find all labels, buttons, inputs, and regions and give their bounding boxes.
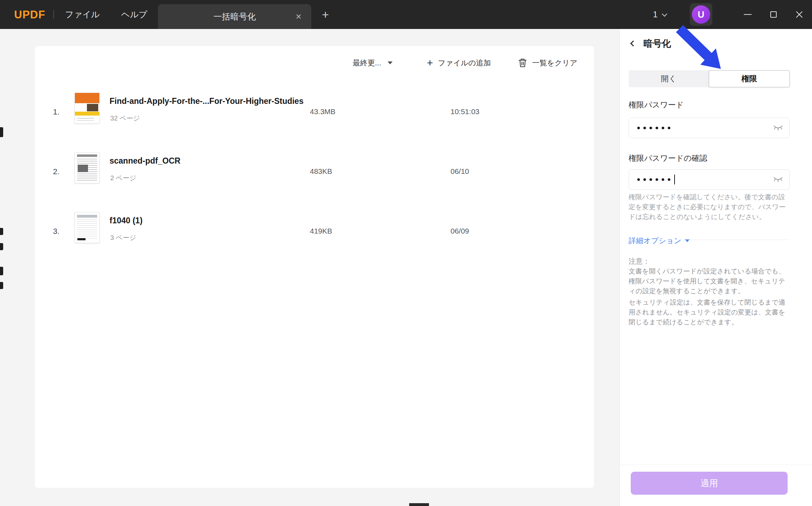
avatar: U xyxy=(692,5,710,24)
file-row[interactable]: 2. scanned-pdf_OCR 2 ページ 483KB 06/10 xyxy=(35,152,594,183)
maximize-button[interactable] xyxy=(760,0,786,29)
divider xyxy=(686,240,790,240)
file-row[interactable]: 3. f1040 (1) 3 ページ 419KB 06/09 xyxy=(35,212,594,243)
tab-batch-encrypt[interactable]: 一括暗号化 × xyxy=(158,4,311,29)
file-row[interactable]: 1. Find-and-Apply-For-the-...For-Your-Hi… xyxy=(35,93,594,124)
caret-down-icon xyxy=(388,61,393,64)
permission-password-label: 権限パスワード xyxy=(629,100,684,110)
file-name: Find-and-Apply-For-the-...For-Your-Highe… xyxy=(110,96,304,106)
file-thumbnail xyxy=(75,212,100,243)
masked-password: ●●●●●● xyxy=(637,124,673,131)
background-window-fragment xyxy=(0,243,3,250)
show-password-icon[interactable] xyxy=(773,176,783,183)
confirm-password-input[interactable]: ●●●●●● xyxy=(629,169,790,190)
sort-label: 最終更... xyxy=(353,58,381,68)
account-button[interactable]: U xyxy=(690,3,712,26)
page-count-dropdown[interactable]: 1 xyxy=(653,0,666,29)
chevron-down-icon xyxy=(662,11,667,17)
titlebar: UPDF ファイル ヘルプ 一括暗号化 × + 1 U xyxy=(0,0,812,29)
back-button[interactable] xyxy=(629,39,638,48)
tab-permission[interactable]: 権限 xyxy=(709,70,790,87)
window-controls xyxy=(735,0,812,29)
file-index: 1. xyxy=(53,107,59,117)
permission-password-input[interactable]: ●●●●●● xyxy=(629,118,790,138)
file-list-panel: 最終更... + ファイルの追加 一覧をクリア 1. Find-and-Appl… xyxy=(34,46,595,488)
add-files-button[interactable]: + ファイルの追加 xyxy=(427,56,491,70)
clear-list-button[interactable]: 一覧をクリア xyxy=(518,56,577,70)
new-tab-button[interactable]: + xyxy=(317,6,334,23)
tab-label: 一括暗号化 xyxy=(213,11,256,22)
close-button[interactable] xyxy=(786,0,812,29)
file-pages: 3 ページ xyxy=(110,233,136,242)
clear-list-label: 一覧をクリア xyxy=(532,58,577,68)
file-thumbnail xyxy=(75,93,100,124)
app-logo: UPDF xyxy=(14,8,45,21)
background-window-fragment xyxy=(0,228,3,235)
text-cursor xyxy=(674,175,675,184)
encrypt-panel: 暗号化 開く 権限 権限パスワード ●●●●●● 権限パスワードの確認 ●●●●… xyxy=(619,29,812,506)
panel-header: 暗号化 xyxy=(629,38,671,49)
apply-button[interactable]: 適用 xyxy=(631,472,788,495)
note-text: 文書を開くパスワードが設定されている場合でも、権限パスワードを使用して文書を開き… xyxy=(629,266,791,296)
chevron-left-icon xyxy=(630,41,636,47)
file-index: 2. xyxy=(53,167,59,176)
show-password-icon[interactable] xyxy=(773,125,783,131)
background-window-fragment xyxy=(0,127,3,137)
plus-icon: + xyxy=(427,58,433,68)
file-name: f1040 (1) xyxy=(110,216,142,225)
file-pages: 2 ページ xyxy=(110,173,136,183)
tab-open-password[interactable]: 開く xyxy=(629,70,709,87)
menu-file[interactable]: ファイル xyxy=(63,0,102,29)
advanced-options-label: 詳細オプション xyxy=(629,236,681,246)
background-window-fragment xyxy=(0,282,3,289)
password-hint: 権限パスワードを確認してください。後で文書の設定を変更するときに必要になりますの… xyxy=(629,192,790,222)
file-size: 419KB xyxy=(310,227,332,235)
add-files-label: ファイルの追加 xyxy=(438,58,491,68)
background-window-fragment xyxy=(0,267,3,275)
menu-help[interactable]: ヘルプ xyxy=(117,0,152,29)
file-pages: 32 ページ xyxy=(110,114,140,123)
advanced-options-toggle[interactable]: 詳細オプション xyxy=(629,236,690,246)
maximize-icon xyxy=(770,11,777,18)
updf-window: UPDF ファイル ヘルプ 一括暗号化 × + 1 U 最終更... xyxy=(0,0,812,506)
sort-dropdown[interactable]: 最終更... xyxy=(353,56,393,70)
file-date: 06/09 xyxy=(451,227,469,235)
note-heading: 注意： xyxy=(629,257,650,266)
close-icon xyxy=(795,10,804,19)
minimize-icon xyxy=(744,14,752,15)
page-count: 1 xyxy=(653,10,658,19)
confirm-password-label: 権限パスワードの確認 xyxy=(629,153,707,164)
panel-title: 暗号化 xyxy=(643,37,671,50)
file-size: 43.3MB xyxy=(310,107,335,116)
file-date: 06/10 xyxy=(451,167,469,176)
background-window-fragment xyxy=(409,503,429,506)
minimize-button[interactable] xyxy=(735,0,760,29)
masked-password: ●●●●●● xyxy=(637,176,673,183)
encrypt-mode-tabs: 開く 権限 xyxy=(629,70,790,87)
file-thumbnail xyxy=(75,152,100,183)
note-text: セキュリティ設定は、文書を保存して閉じるまで適用されません。セキュリティ設定の変… xyxy=(629,298,791,327)
tab-close-icon[interactable]: × xyxy=(296,12,301,22)
titlebar-divider xyxy=(53,10,54,19)
file-date: 10:51:03 xyxy=(451,107,479,116)
file-name: scanned-pdf_OCR xyxy=(110,156,181,166)
file-index: 3. xyxy=(53,227,59,236)
divider xyxy=(620,465,812,465)
file-size: 483KB xyxy=(310,167,332,176)
trash-icon xyxy=(518,58,527,68)
